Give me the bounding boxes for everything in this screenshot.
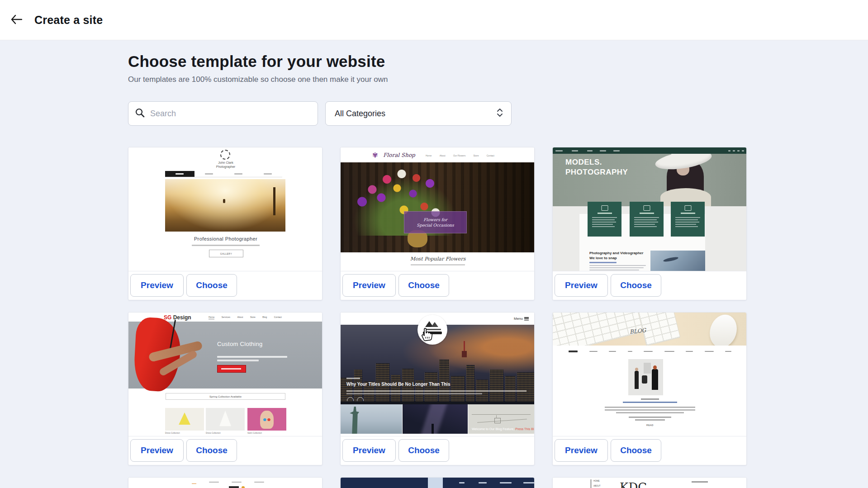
mouse-graphic bbox=[706, 313, 741, 346]
template-thumbnail-partial-2[interactable] bbox=[341, 478, 534, 488]
template-thumbnail-photographer[interactable]: John Clark Photographer Professional Pho… bbox=[128, 147, 322, 271]
text-placeholder bbox=[346, 393, 482, 394]
text-placeholder bbox=[605, 407, 695, 408]
mini-site-caption: Welcome to Our Blog Feature, Press This … bbox=[472, 427, 534, 431]
product-label: Dress Collection bbox=[165, 432, 180, 434]
text-placeholder bbox=[589, 270, 639, 270]
template-card-partial-1: Preview Choose bbox=[128, 477, 323, 488]
choose-button[interactable]: Choose bbox=[398, 274, 449, 297]
mini-site-heading: Why Your Titles Should Be No Longer Than… bbox=[346, 382, 450, 387]
camera-icon bbox=[684, 205, 691, 211]
mini-site-heading: Professional Photographer bbox=[128, 236, 322, 242]
back-button[interactable] bbox=[6, 10, 26, 30]
template-thumbnail-floral-shop[interactable]: ✾ Floral Shop HomeAboutOur FlowersStoreC… bbox=[341, 147, 534, 271]
top-bar: Create a site bbox=[0, 0, 868, 40]
template-card-keyboard-blog: BLOG READ Preview Cho bbox=[552, 312, 747, 465]
template-card-partial-kdc: HOME ABOUT KDC Preview Choose bbox=[552, 477, 747, 488]
card-actions: Preview Choose bbox=[128, 271, 322, 300]
thumb-statue-of-liberty bbox=[341, 404, 402, 434]
mini-site-article-title: Photography and Videographer bbox=[589, 251, 643, 255]
preview-button[interactable]: Preview bbox=[555, 439, 608, 462]
card-actions: Preview Choose bbox=[128, 436, 322, 465]
mini-site-article-image bbox=[650, 251, 705, 271]
mini-site-nav-active-tab bbox=[428, 478, 443, 488]
category-dropdown-value: All Categories bbox=[335, 109, 385, 118]
mini-site-article-image bbox=[628, 359, 663, 395]
mini-site-nav bbox=[569, 351, 731, 352]
nav-item: ABOUT bbox=[593, 485, 601, 487]
mini-site-article-subtitle: We love to snap bbox=[589, 256, 617, 260]
mini-site-brand: Floral Shop bbox=[383, 152, 415, 158]
mini-site-nav: HomeAboutOur FlowersStoreContact bbox=[426, 154, 494, 157]
product-thumb-swimsuit bbox=[247, 408, 286, 431]
text-placeholder bbox=[346, 378, 360, 379]
mini-site-hero-image: BLOG bbox=[553, 313, 746, 346]
mini-site-hero-image: Custom Clothing bbox=[128, 322, 322, 389]
card-actions: Preview Choose bbox=[553, 436, 746, 465]
template-thumbnail-partial-1[interactable] bbox=[128, 478, 322, 488]
thumb-night-sky bbox=[403, 404, 468, 434]
search-box[interactable] bbox=[128, 101, 318, 126]
flower-logo-icon: ✾ bbox=[372, 151, 378, 159]
mini-site-round-logo bbox=[417, 315, 447, 345]
feature-card-video bbox=[588, 202, 621, 237]
mini-site-hero-image: Flowers for Special Occasions bbox=[341, 162, 534, 252]
mini-site-section-title: Most Popular Flowers bbox=[341, 256, 534, 262]
preview-button[interactable]: Preview bbox=[555, 274, 608, 297]
page-title: Choose template for your website bbox=[128, 52, 385, 71]
choose-button[interactable]: Choose bbox=[186, 274, 237, 297]
mini-site-logo-partial bbox=[229, 486, 239, 488]
mini-site-nav: HomeServicesAboutStoreBlogContact bbox=[209, 316, 282, 319]
template-card-floral-shop: ✾ Floral Shop HomeAboutOur FlowersStoreC… bbox=[340, 147, 535, 300]
template-card-sg-design: SG Design HomeServicesAboutStoreBlogCont… bbox=[128, 312, 323, 465]
search-input[interactable] bbox=[149, 109, 311, 119]
choose-button[interactable]: Choose bbox=[186, 439, 237, 462]
mini-site-brand: John Clark bbox=[128, 161, 322, 164]
text-placeholder bbox=[635, 419, 665, 421]
template-grid: John Clark Photographer Professional Pho… bbox=[128, 147, 747, 488]
product-label: Dress Collection bbox=[206, 432, 221, 434]
product-thumb-yellow-dress bbox=[165, 408, 204, 431]
text-placeholder bbox=[192, 245, 260, 246]
preview-button[interactable]: Preview bbox=[130, 439, 184, 462]
tower-spire-graphic bbox=[464, 341, 465, 355]
text-placeholder bbox=[217, 360, 259, 361]
video-icon bbox=[601, 205, 608, 211]
mini-site-nav bbox=[165, 171, 282, 177]
hamburger-menu-icon bbox=[524, 317, 529, 321]
mini-site-hero-image bbox=[165, 179, 285, 232]
template-thumbnail-sg-design[interactable]: SG Design HomeServicesAboutStoreBlogCont… bbox=[128, 313, 322, 436]
product-label: Swim Collection bbox=[247, 432, 262, 434]
category-dropdown[interactable]: All Categories bbox=[325, 101, 512, 126]
preview-button[interactable]: Preview bbox=[342, 274, 396, 297]
template-thumbnail-partial-kdc[interactable]: HOME ABOUT KDC bbox=[553, 478, 746, 488]
choose-button[interactable]: Choose bbox=[611, 439, 661, 462]
mini-site-nav bbox=[553, 147, 746, 154]
mini-site-menu-label: Menu bbox=[514, 317, 523, 321]
feature-card-image bbox=[630, 202, 664, 237]
nav-item-active bbox=[192, 480, 196, 484]
card-actions: Preview Choose bbox=[341, 271, 534, 300]
mini-site-brand: SG Design bbox=[164, 314, 191, 321]
choose-button[interactable]: Choose bbox=[398, 439, 449, 462]
text-placeholder bbox=[411, 264, 465, 265]
product-thumb-white-dress bbox=[206, 408, 245, 431]
template-thumbnail-keyboard-blog[interactable]: BLOG READ bbox=[553, 313, 746, 436]
create-site-page: Create a site Choose template for your w… bbox=[0, 0, 868, 488]
preview-button[interactable]: Preview bbox=[342, 439, 396, 462]
text-placeholder bbox=[589, 262, 617, 263]
chevron-up-down-icon bbox=[497, 108, 503, 119]
search-icon bbox=[135, 108, 145, 119]
text-placeholder bbox=[589, 267, 644, 268]
template-thumbnail-travel-blog[interactable]: Menu bbox=[341, 313, 534, 436]
preview-button[interactable]: Preview bbox=[130, 274, 184, 297]
mini-site-banner: Spring Collection Available bbox=[166, 393, 285, 400]
text-placeholder bbox=[616, 412, 684, 413]
mini-site-read-link: READ bbox=[553, 424, 746, 426]
divider bbox=[591, 479, 591, 488]
template-thumbnail-models-photography[interactable]: MODELS. PHOTOGRAPHY bbox=[553, 147, 746, 271]
mini-site-nav bbox=[192, 480, 291, 484]
back-arrow-icon bbox=[10, 14, 22, 26]
filters-row: All Categories bbox=[128, 101, 512, 126]
choose-button[interactable]: Choose bbox=[611, 274, 661, 297]
